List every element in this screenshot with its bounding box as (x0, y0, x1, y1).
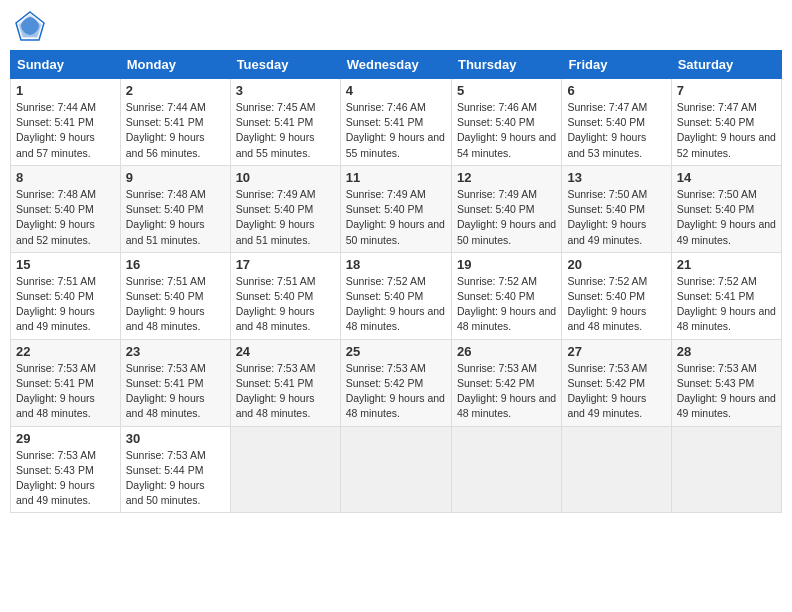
col-tuesday: Tuesday (230, 51, 340, 79)
calendar-cell: 17Sunrise: 7:51 AMSunset: 5:40 PMDayligh… (230, 252, 340, 339)
col-wednesday: Wednesday (340, 51, 451, 79)
day-number: 8 (16, 170, 115, 185)
day-number: 3 (236, 83, 335, 98)
day-info: Sunrise: 7:48 AMSunset: 5:40 PMDaylight:… (126, 187, 225, 248)
calendar-cell: 27Sunrise: 7:53 AMSunset: 5:42 PMDayligh… (562, 339, 671, 426)
day-number: 25 (346, 344, 446, 359)
day-number: 16 (126, 257, 225, 272)
day-info: Sunrise: 7:53 AMSunset: 5:41 PMDaylight:… (126, 361, 225, 422)
calendar-cell: 9Sunrise: 7:48 AMSunset: 5:40 PMDaylight… (120, 165, 230, 252)
logo (14, 10, 50, 42)
calendar-cell: 12Sunrise: 7:49 AMSunset: 5:40 PMDayligh… (451, 165, 561, 252)
day-info: Sunrise: 7:47 AMSunset: 5:40 PMDaylight:… (677, 100, 776, 161)
day-info: Sunrise: 7:51 AMSunset: 5:40 PMDaylight:… (236, 274, 335, 335)
col-thursday: Thursday (451, 51, 561, 79)
day-info: Sunrise: 7:49 AMSunset: 5:40 PMDaylight:… (346, 187, 446, 248)
day-info: Sunrise: 7:52 AMSunset: 5:40 PMDaylight:… (346, 274, 446, 335)
calendar-cell: 2Sunrise: 7:44 AMSunset: 5:41 PMDaylight… (120, 79, 230, 166)
day-number: 10 (236, 170, 335, 185)
day-number: 21 (677, 257, 776, 272)
calendar-cell: 22Sunrise: 7:53 AMSunset: 5:41 PMDayligh… (11, 339, 121, 426)
day-number: 4 (346, 83, 446, 98)
col-monday: Monday (120, 51, 230, 79)
calendar-cell: 29Sunrise: 7:53 AMSunset: 5:43 PMDayligh… (11, 426, 121, 513)
calendar-cell: 5Sunrise: 7:46 AMSunset: 5:40 PMDaylight… (451, 79, 561, 166)
day-number: 7 (677, 83, 776, 98)
day-info: Sunrise: 7:49 AMSunset: 5:40 PMDaylight:… (457, 187, 556, 248)
day-number: 9 (126, 170, 225, 185)
day-number: 29 (16, 431, 115, 446)
calendar-week-row: 29Sunrise: 7:53 AMSunset: 5:43 PMDayligh… (11, 426, 782, 513)
calendar-cell: 6Sunrise: 7:47 AMSunset: 5:40 PMDaylight… (562, 79, 671, 166)
day-number: 20 (567, 257, 665, 272)
calendar-week-row: 8Sunrise: 7:48 AMSunset: 5:40 PMDaylight… (11, 165, 782, 252)
calendar-header-row: Sunday Monday Tuesday Wednesday Thursday… (11, 51, 782, 79)
day-info: Sunrise: 7:51 AMSunset: 5:40 PMDaylight:… (16, 274, 115, 335)
day-info: Sunrise: 7:53 AMSunset: 5:42 PMDaylight:… (457, 361, 556, 422)
day-info: Sunrise: 7:50 AMSunset: 5:40 PMDaylight:… (677, 187, 776, 248)
day-number: 24 (236, 344, 335, 359)
day-number: 17 (236, 257, 335, 272)
calendar-cell: 7Sunrise: 7:47 AMSunset: 5:40 PMDaylight… (671, 79, 781, 166)
calendar-cell: 24Sunrise: 7:53 AMSunset: 5:41 PMDayligh… (230, 339, 340, 426)
day-info: Sunrise: 7:45 AMSunset: 5:41 PMDaylight:… (236, 100, 335, 161)
day-info: Sunrise: 7:46 AMSunset: 5:41 PMDaylight:… (346, 100, 446, 161)
calendar-week-row: 1Sunrise: 7:44 AMSunset: 5:41 PMDaylight… (11, 79, 782, 166)
calendar-cell: 13Sunrise: 7:50 AMSunset: 5:40 PMDayligh… (562, 165, 671, 252)
calendar-week-row: 15Sunrise: 7:51 AMSunset: 5:40 PMDayligh… (11, 252, 782, 339)
calendar-table: Sunday Monday Tuesday Wednesday Thursday… (10, 50, 782, 513)
day-info: Sunrise: 7:44 AMSunset: 5:41 PMDaylight:… (126, 100, 225, 161)
day-number: 15 (16, 257, 115, 272)
calendar-week-row: 22Sunrise: 7:53 AMSunset: 5:41 PMDayligh… (11, 339, 782, 426)
day-info: Sunrise: 7:53 AMSunset: 5:44 PMDaylight:… (126, 448, 225, 509)
calendar-cell: 3Sunrise: 7:45 AMSunset: 5:41 PMDaylight… (230, 79, 340, 166)
calendar-cell: 16Sunrise: 7:51 AMSunset: 5:40 PMDayligh… (120, 252, 230, 339)
day-number: 12 (457, 170, 556, 185)
calendar-cell: 21Sunrise: 7:52 AMSunset: 5:41 PMDayligh… (671, 252, 781, 339)
col-saturday: Saturday (671, 51, 781, 79)
day-number: 14 (677, 170, 776, 185)
calendar-cell: 11Sunrise: 7:49 AMSunset: 5:40 PMDayligh… (340, 165, 451, 252)
day-info: Sunrise: 7:52 AMSunset: 5:41 PMDaylight:… (677, 274, 776, 335)
calendar-cell: 19Sunrise: 7:52 AMSunset: 5:40 PMDayligh… (451, 252, 561, 339)
calendar-cell (340, 426, 451, 513)
calendar-cell: 20Sunrise: 7:52 AMSunset: 5:40 PMDayligh… (562, 252, 671, 339)
day-number: 1 (16, 83, 115, 98)
day-info: Sunrise: 7:46 AMSunset: 5:40 PMDaylight:… (457, 100, 556, 161)
day-info: Sunrise: 7:47 AMSunset: 5:40 PMDaylight:… (567, 100, 665, 161)
day-number: 30 (126, 431, 225, 446)
day-info: Sunrise: 7:53 AMSunset: 5:41 PMDaylight:… (16, 361, 115, 422)
day-info: Sunrise: 7:51 AMSunset: 5:40 PMDaylight:… (126, 274, 225, 335)
day-number: 26 (457, 344, 556, 359)
day-info: Sunrise: 7:53 AMSunset: 5:41 PMDaylight:… (236, 361, 335, 422)
day-info: Sunrise: 7:53 AMSunset: 5:42 PMDaylight:… (346, 361, 446, 422)
day-number: 11 (346, 170, 446, 185)
day-number: 13 (567, 170, 665, 185)
day-number: 6 (567, 83, 665, 98)
calendar-cell: 23Sunrise: 7:53 AMSunset: 5:41 PMDayligh… (120, 339, 230, 426)
day-number: 27 (567, 344, 665, 359)
day-info: Sunrise: 7:49 AMSunset: 5:40 PMDaylight:… (236, 187, 335, 248)
calendar-cell: 25Sunrise: 7:53 AMSunset: 5:42 PMDayligh… (340, 339, 451, 426)
day-info: Sunrise: 7:53 AMSunset: 5:43 PMDaylight:… (677, 361, 776, 422)
calendar-cell (671, 426, 781, 513)
day-number: 19 (457, 257, 556, 272)
col-sunday: Sunday (11, 51, 121, 79)
calendar-cell: 14Sunrise: 7:50 AMSunset: 5:40 PMDayligh… (671, 165, 781, 252)
calendar-cell: 15Sunrise: 7:51 AMSunset: 5:40 PMDayligh… (11, 252, 121, 339)
calendar-cell: 30Sunrise: 7:53 AMSunset: 5:44 PMDayligh… (120, 426, 230, 513)
calendar-cell: 26Sunrise: 7:53 AMSunset: 5:42 PMDayligh… (451, 339, 561, 426)
day-info: Sunrise: 7:44 AMSunset: 5:41 PMDaylight:… (16, 100, 115, 161)
day-info: Sunrise: 7:52 AMSunset: 5:40 PMDaylight:… (567, 274, 665, 335)
day-info: Sunrise: 7:48 AMSunset: 5:40 PMDaylight:… (16, 187, 115, 248)
col-friday: Friday (562, 51, 671, 79)
day-number: 28 (677, 344, 776, 359)
day-number: 2 (126, 83, 225, 98)
day-number: 22 (16, 344, 115, 359)
calendar-cell: 18Sunrise: 7:52 AMSunset: 5:40 PMDayligh… (340, 252, 451, 339)
page-header (10, 10, 782, 42)
calendar-cell (451, 426, 561, 513)
calendar-cell (230, 426, 340, 513)
day-info: Sunrise: 7:52 AMSunset: 5:40 PMDaylight:… (457, 274, 556, 335)
calendar-cell: 10Sunrise: 7:49 AMSunset: 5:40 PMDayligh… (230, 165, 340, 252)
